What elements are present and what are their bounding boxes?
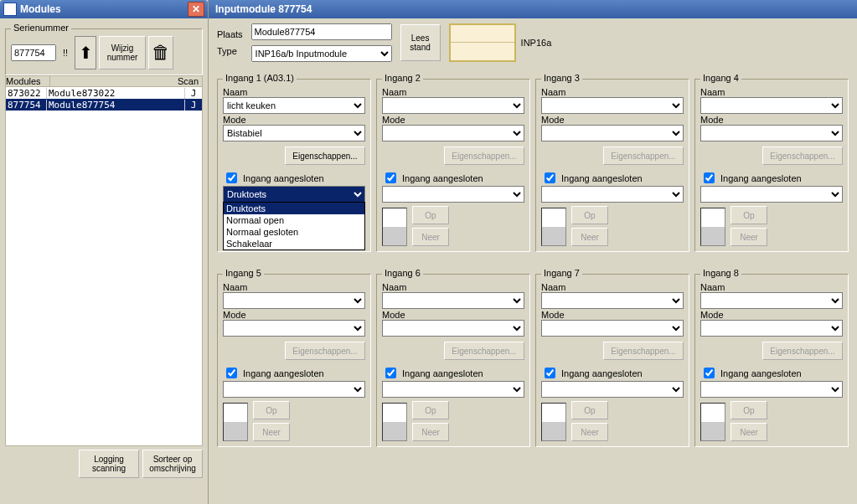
neer-button[interactable]: Neer [412, 228, 449, 246]
op-button[interactable]: Op [731, 206, 767, 224]
ingang-3: Ingang 3 Naam Mode Eigenschappen... Inga… [535, 79, 689, 252]
ingang6-type-select[interactable] [382, 381, 524, 398]
ingang7-props-button[interactable]: Eigenschappen... [603, 342, 684, 360]
level-indicator [382, 208, 407, 246]
ingang2-type-select[interactable] [382, 186, 524, 203]
ingang8-mode-select[interactable] [700, 320, 843, 337]
lees-stand-button[interactable]: Lees stand [400, 24, 441, 61]
ingang3-naam-select[interactable] [541, 97, 684, 114]
ingang6-mode-select[interactable] [382, 320, 524, 337]
serienummer-input[interactable] [11, 44, 56, 61]
modules-window: Modules ✕ Serienummer !! ⬆ Wijzig nummer… [0, 0, 209, 504]
modules-titlebar: Modules ✕ [0, 0, 208, 18]
logging-scanning-button[interactable]: Logging scanning [79, 450, 139, 478]
ingang5-naam-select[interactable] [223, 292, 365, 309]
level-indicator [223, 403, 248, 441]
col-modules-header: Modules [5, 75, 50, 86]
level-indicator [382, 403, 407, 441]
ingang7-aangesloten-checkbox[interactable] [545, 368, 555, 378]
ingang5-mode-select[interactable] [223, 320, 365, 337]
ingang2-aangesloten-checkbox[interactable] [385, 172, 396, 183]
modules-app-icon [3, 3, 17, 16]
serienummer-flag: !! [59, 44, 72, 61]
close-icon[interactable]: ✕ [188, 2, 204, 17]
detail-header: Plaats Type INP16a/b Inputmodule Lees st… [217, 23, 849, 62]
ingang3-type-select[interactable] [541, 186, 684, 203]
ingang6-props-button[interactable]: Eigenschappen... [444, 342, 524, 360]
plaats-label: Plaats [217, 29, 243, 39]
level-indicator [541, 208, 566, 246]
sorteer-button[interactable]: Sorteer op omschrijving [142, 450, 203, 478]
modules-title-text: Modules [20, 3, 61, 15]
ingang3-aangesloten-checkbox[interactable] [545, 172, 555, 183]
ingang-5: Ingang 5 Naam Mode Eigenschappen... Inga… [217, 274, 371, 447]
ingang5-type-select[interactable] [223, 381, 365, 398]
level-indicator [700, 208, 725, 246]
ingang1-type-dropdown[interactable]: Druktoets Normaal open Normaal gesloten … [223, 202, 365, 250]
type-label: Type [217, 46, 243, 56]
level-indicator [700, 403, 725, 441]
detail-window: Inputmodule 877754 Plaats Type INP16a/b … [209, 0, 857, 504]
ingang2-naam-select[interactable] [382, 97, 524, 114]
ingang6-naam-select[interactable] [382, 292, 524, 309]
op-button[interactable]: Op [731, 401, 767, 419]
ingang3-props-button[interactable]: Eigenschappen... [603, 147, 684, 165]
ingang8-props-button[interactable]: Eigenschappen... [762, 342, 843, 360]
serienummer-group: Serienummer !! ⬆ Wijzig nummer 🗑 [5, 28, 203, 75]
ingang2-props-button[interactable]: Eigenschappen... [444, 147, 524, 165]
ingang6-aangesloten-checkbox[interactable] [385, 368, 396, 378]
ingang4-aangesloten-checkbox[interactable] [704, 172, 715, 183]
ingang-8: Ingang 8 Naam Mode Eigenschappen... Inga… [694, 274, 849, 447]
neer-button[interactable]: Neer [253, 423, 290, 441]
ingang-6: Ingang 6 Naam Mode Eigenschappen... Inga… [376, 274, 530, 447]
neer-button[interactable]: Neer [412, 423, 449, 441]
module-thumbnail [449, 23, 516, 62]
ingang5-aangesloten-checkbox[interactable] [226, 368, 237, 378]
ingang-2: Ingang 2 Naam Mode Eigenschappen... Inga… [376, 79, 530, 252]
ingang-7: Ingang 7 Naam Mode Eigenschappen... Inga… [535, 274, 689, 447]
ingang1-type-select[interactable]: Druktoets [223, 186, 365, 203]
ingang4-naam-select[interactable] [700, 97, 843, 114]
ingang4-type-select[interactable] [700, 186, 843, 203]
col-scan-header: Scan [50, 75, 203, 86]
module-row[interactable]: 873022 Module873022 J [6, 87, 202, 99]
type-select[interactable]: INP16a/b Inputmodule [251, 45, 392, 62]
up-arrow-button[interactable]: ⬆ [75, 36, 96, 69]
op-button[interactable]: Op [571, 401, 608, 419]
op-button[interactable]: Op [571, 206, 608, 224]
thumb-label: INP16a [521, 38, 552, 48]
module-row[interactable]: 877754 Module877754 J [6, 99, 202, 111]
ingang8-aangesloten-checkbox[interactable] [704, 368, 715, 378]
ingang4-mode-select[interactable] [700, 125, 843, 141]
ingang4-props-button[interactable]: Eigenschappen... [762, 147, 843, 165]
op-button[interactable]: Op [412, 206, 449, 224]
neer-button[interactable]: Neer [571, 423, 608, 441]
ingang-1: Ingang 1 (A03.1) Naam licht keuken Mode … [217, 79, 371, 252]
ingang8-type-select[interactable] [700, 381, 843, 398]
module-list[interactable]: 873022 Module873022 J 877754 Module87775… [5, 86, 203, 446]
ingang5-props-button[interactable]: Eigenschappen... [285, 342, 365, 360]
ingang1-mode-select[interactable]: Bistabiel [223, 125, 365, 141]
ingang2-mode-select[interactable] [382, 125, 524, 141]
trash-icon[interactable]: 🗑 [148, 36, 173, 69]
neer-button[interactable]: Neer [731, 423, 767, 441]
wijzig-nummer-button[interactable]: Wijzig nummer [99, 36, 146, 69]
ingang7-type-select[interactable] [541, 381, 684, 398]
ingang3-mode-select[interactable] [541, 125, 684, 141]
ingang8-naam-select[interactable] [700, 292, 843, 309]
ingang-4: Ingang 4 Naam Mode Eigenschappen... Inga… [694, 79, 849, 252]
op-button[interactable]: Op [253, 401, 290, 419]
ingang1-aangesloten-checkbox[interactable] [226, 172, 237, 183]
plaats-input[interactable] [251, 23, 392, 40]
serienummer-legend: Serienummer [11, 23, 71, 33]
detail-title-text: Inputmodule 877754 [215, 3, 312, 15]
level-indicator [541, 403, 566, 441]
op-button[interactable]: Op [412, 401, 449, 419]
detail-titlebar: Inputmodule 877754 [209, 0, 857, 18]
ingang7-naam-select[interactable] [541, 292, 684, 309]
ingang1-naam-select[interactable]: licht keuken [223, 97, 365, 114]
neer-button[interactable]: Neer [731, 228, 767, 246]
ingang1-props-button[interactable]: Eigenschappen... [285, 147, 365, 165]
ingang7-mode-select[interactable] [541, 320, 684, 337]
neer-button[interactable]: Neer [571, 228, 608, 246]
